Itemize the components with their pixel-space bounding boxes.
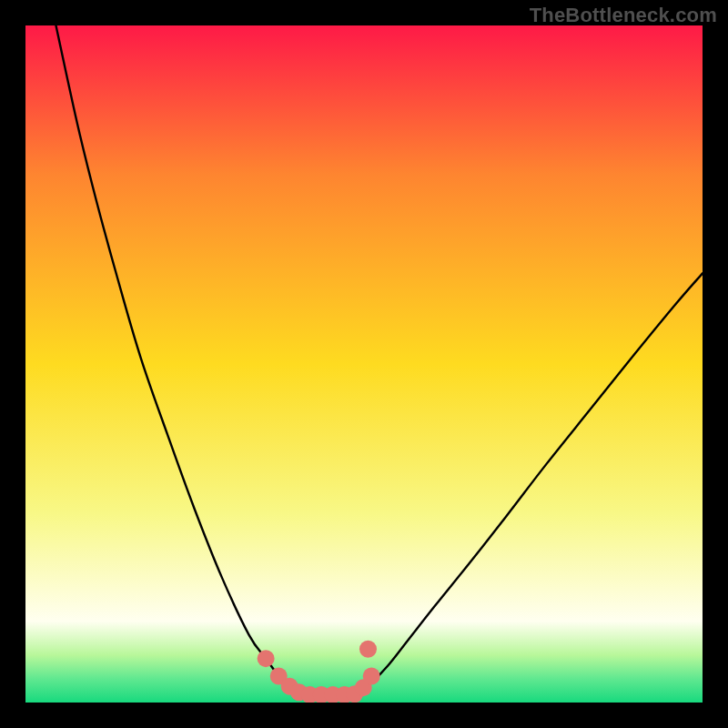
curve-marker — [359, 641, 377, 658]
bottleneck-chart — [25, 25, 703, 703]
chart-frame: TheBottleneck.com — [0, 0, 728, 728]
curve-marker — [363, 667, 380, 684]
plot-area — [25, 25, 703, 703]
watermark-text: TheBottleneck.com — [530, 4, 717, 27]
svg-rect-0 — [25, 25, 703, 703]
curve-marker — [258, 650, 275, 667]
